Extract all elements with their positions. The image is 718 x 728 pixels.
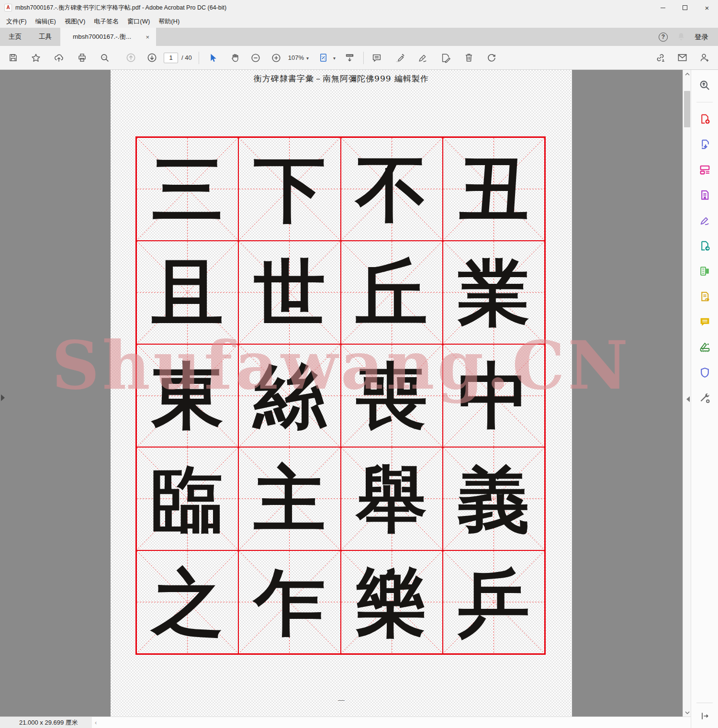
grid-cell: 喪	[341, 344, 443, 448]
more-tools[interactable]	[695, 388, 714, 407]
rotate-pages-button[interactable]	[484, 51, 499, 65]
scroll-left-icon[interactable]: ‹	[95, 717, 97, 728]
menu-window[interactable]: 窗口(W)	[123, 16, 154, 27]
menu-file[interactable]: 文件(F)	[2, 16, 31, 27]
share-with-people-button[interactable]	[697, 51, 711, 65]
calligraphy-character: 世	[254, 257, 325, 328]
comments-tool[interactable]	[695, 312, 714, 331]
zoom-level-value: 107%	[288, 54, 304, 61]
toolbar: 1 / 40 107% ▾ ▾	[0, 46, 718, 70]
expand-panel-icon[interactable]	[695, 708, 714, 724]
highlight-button[interactable]	[393, 51, 407, 65]
help-icon[interactable]: ?	[659, 33, 668, 42]
print-button[interactable]	[75, 51, 89, 65]
scrollbar-thumb[interactable]	[684, 91, 690, 127]
menu-edit[interactable]: 编辑(E)	[31, 16, 60, 27]
save-button[interactable]	[6, 51, 20, 65]
request-signatures-tool[interactable]	[695, 287, 714, 306]
next-page-button[interactable]	[145, 51, 159, 65]
combine-files-tool[interactable]	[695, 261, 714, 280]
grid-cell: 三	[136, 137, 238, 241]
maximize-icon	[683, 5, 687, 10]
grid-cell: 丘	[341, 241, 443, 344]
scroll-up-icon[interactable]	[683, 70, 691, 78]
calligraphy-character: 乒	[458, 566, 529, 638]
sign-button[interactable]	[415, 51, 430, 65]
close-icon: ×	[705, 4, 709, 11]
export-pdf-tool[interactable]	[695, 134, 714, 154]
grid-cell: 絲	[238, 344, 340, 448]
pdf-to-office-tool[interactable]	[695, 185, 714, 204]
scroll-down-icon[interactable]	[683, 708, 691, 717]
previous-page-button[interactable]	[123, 51, 138, 65]
sidebar-divider	[696, 102, 713, 102]
page-number-input[interactable]: 1	[164, 53, 178, 63]
tab-close-icon[interactable]: ×	[144, 34, 151, 41]
zoom-out-button[interactable]	[248, 51, 263, 65]
maximize-button[interactable]	[674, 0, 696, 15]
grid-cell: 下	[238, 137, 340, 241]
minimize-button[interactable]	[652, 0, 674, 15]
grid-cell: 業	[443, 241, 545, 344]
close-button[interactable]: ×	[696, 0, 718, 15]
email-button[interactable]	[675, 51, 689, 65]
status-bar: 21.000 x 29.699 厘米 ‹	[0, 717, 691, 728]
edit-pdf-tool[interactable]	[695, 160, 714, 179]
calligraphy-character: 且	[152, 257, 224, 328]
calligraphy-character: 中	[458, 359, 529, 431]
calligraphy-character: 不	[356, 153, 427, 225]
zoom-in-button[interactable]	[269, 51, 283, 65]
grid-cell: 臨	[136, 447, 238, 550]
comment-button[interactable]	[370, 51, 384, 65]
protect-tool[interactable]	[695, 363, 714, 382]
calligraphy-character: 主	[254, 463, 325, 535]
menu-esign[interactable]: 电子签名	[90, 16, 123, 27]
calligraphy-character: 絲	[254, 359, 325, 431]
send-pdf-tool[interactable]	[695, 236, 714, 255]
menu-bar: 文件(F) 编辑(E) 视图(V) 电子签名 窗口(W) 帮助(H)	[0, 15, 718, 28]
zoom-caret-icon[interactable]: ▾	[306, 56, 309, 61]
hand-tool-button[interactable]	[228, 51, 242, 65]
horizontal-scrollbar[interactable]: ‹	[92, 717, 691, 728]
calligraphy-character: 東	[152, 359, 224, 431]
document-viewport[interactable]: 衡方碑隸書字彙－南無阿彌陀佛999 編輯製作 三 下 不	[0, 70, 683, 717]
calligraphy-character: 業	[458, 257, 529, 328]
calligraphy-character: 喪	[356, 359, 427, 431]
favorite-star-button[interactable]	[29, 51, 43, 65]
grid-cell: 之	[136, 550, 238, 654]
grid-cell: 乍	[238, 550, 340, 654]
menu-view[interactable]: 视图(V)	[60, 16, 90, 27]
grid-cell: 乒	[443, 550, 545, 654]
find-button[interactable]	[98, 51, 112, 65]
left-panel-expand-icon[interactable]	[1, 394, 5, 401]
vertical-scrollbar[interactable]	[683, 70, 691, 717]
fit-page-caret-icon[interactable]: ▾	[333, 56, 336, 61]
share-upload-button[interactable]	[52, 51, 66, 65]
grid-cell: 中	[443, 344, 545, 448]
sign-in-button[interactable]: 登录	[695, 33, 708, 42]
calligraphy-character: 樂	[356, 566, 427, 638]
pdf-page: 衡方碑隸書字彙－南無阿彌陀佛999 編輯製作 三 下 不	[111, 70, 572, 717]
select-tool-button[interactable]	[206, 51, 220, 65]
edit-pdf-button[interactable]	[438, 51, 453, 65]
share-link-button[interactable]	[653, 51, 667, 65]
scan-ocr-tool[interactable]	[695, 337, 714, 357]
tab-document-label: mbsh7000167.-.衡...	[73, 33, 131, 41]
menu-help[interactable]: 帮助(H)	[154, 16, 184, 27]
delete-pages-button[interactable]	[461, 51, 476, 65]
calligraphy-character: 三	[152, 153, 224, 225]
search-tool[interactable]	[695, 76, 714, 95]
scrolling-mode-button[interactable]	[342, 51, 357, 65]
page-header-text: 衡方碑隸書字彙－南無阿彌陀佛999 編輯製作	[111, 73, 572, 84]
fill-sign-tool[interactable]	[695, 211, 714, 230]
fit-page-button[interactable]	[316, 51, 331, 65]
right-panel-collapse-icon[interactable]	[686, 396, 690, 402]
tab-home[interactable]: 主页	[0, 28, 30, 46]
grid-cell: 且	[136, 241, 238, 344]
create-pdf-tool[interactable]	[695, 109, 714, 128]
tab-document[interactable]: mbsh7000167.-.衡... ×	[60, 28, 156, 46]
notifications-bell-icon[interactable]	[676, 32, 686, 43]
grid-cell: 世	[238, 241, 340, 344]
calligraphy-character: 下	[254, 153, 325, 225]
tab-tools[interactable]: 工具	[30, 28, 60, 46]
